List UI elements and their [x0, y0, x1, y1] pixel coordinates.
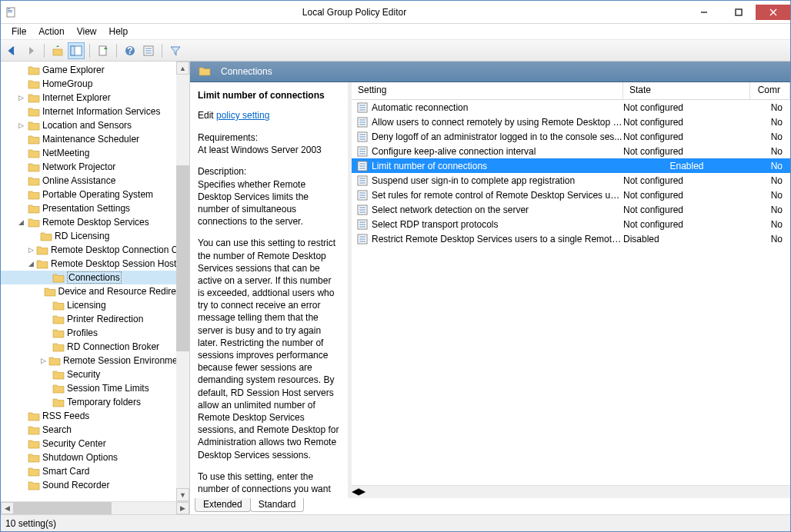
show-tree-button[interactable]: [68, 42, 85, 59]
tree-item[interactable]: Device and Resource Redire: [1, 284, 176, 298]
folder-icon: [28, 452, 40, 463]
tree-item[interactable]: RSS Feeds: [1, 409, 176, 423]
tree-item[interactable]: Game Explorer: [1, 63, 176, 77]
tree-item[interactable]: Internet Information Services: [1, 105, 176, 118]
column-comment[interactable]: Comr: [750, 82, 790, 99]
setting-name: Configure keep-alive connection interval: [372, 146, 623, 157]
expander-icon[interactable]: ▷: [16, 93, 25, 102]
tree-item[interactable]: Network Projector: [1, 160, 176, 174]
help-button[interactable]: ?: [122, 42, 139, 59]
folder-icon: [52, 383, 65, 394]
menu-view[interactable]: View: [71, 25, 103, 38]
tab-standard[interactable]: Standard: [250, 498, 305, 512]
up-button[interactable]: [49, 42, 66, 59]
tree-item[interactable]: ◢Remote Desktop Session Host: [1, 257, 176, 271]
tree-panel: Game ExplorerHomeGroup▷Internet Explorer…: [1, 62, 190, 514]
list-row[interactable]: Automatic reconnectionNot configuredNo: [352, 100, 790, 115]
tab-extended[interactable]: Extended: [195, 498, 251, 512]
expander-icon: [16, 65, 25, 75]
tree-item[interactable]: ▷Remote Desktop Connection C: [1, 243, 176, 257]
menu-help[interactable]: Help: [103, 25, 135, 38]
tree-item-label: Game Explorer: [42, 65, 105, 75]
tree-item[interactable]: Licensing: [1, 298, 176, 312]
minimize-button[interactable]: [686, 5, 721, 20]
folder-icon: [28, 148, 40, 158]
tree-item[interactable]: Maintenance Scheduler: [1, 132, 176, 146]
list-row[interactable]: Deny logoff of an administrator logged i…: [352, 129, 790, 144]
tree-item-label: Location and Sensors: [42, 120, 132, 131]
list-row[interactable]: Suspend user sign-in to complete app reg…: [352, 173, 790, 188]
tree-horizontal-scrollbar[interactable]: ◀ ▶: [1, 501, 189, 514]
folder-icon: [52, 328, 65, 338]
expander-icon[interactable]: ▷: [41, 356, 46, 365]
tree-item-label: Online Assistance: [42, 175, 115, 186]
column-setting[interactable]: Setting: [352, 82, 623, 99]
tree-item[interactable]: HomeGroup: [1, 77, 176, 91]
folder-icon: [28, 411, 40, 421]
tree-item[interactable]: Search: [1, 423, 176, 437]
setting-icon: [356, 204, 369, 216]
back-button[interactable]: [4, 42, 21, 59]
expander-icon[interactable]: ▷: [16, 121, 25, 130]
tree-item[interactable]: ▷Internet Explorer: [1, 91, 176, 105]
filter-button[interactable]: [167, 42, 184, 59]
tree-item[interactable]: Smart Card: [1, 464, 176, 478]
setting-name: Deny logoff of an administrator logged i…: [372, 131, 623, 142]
tree-item[interactable]: Connections: [1, 271, 176, 284]
list-row[interactable]: Allow users to connect remotely by using…: [352, 115, 790, 129]
expander-icon[interactable]: ◢: [28, 259, 34, 268]
folder-icon: [28, 65, 40, 75]
export-button[interactable]: [95, 42, 112, 59]
tree-item[interactable]: NetMeeting: [1, 146, 176, 160]
expander-icon[interactable]: ◢: [16, 218, 25, 227]
svg-rect-3: [8, 12, 12, 12]
column-state[interactable]: State: [623, 82, 750, 99]
tree-item[interactable]: Security Center: [1, 437, 176, 451]
settings-list[interactable]: Automatic reconnectionNot configuredNoAl…: [352, 100, 790, 485]
tree-item[interactable]: Presentation Settings: [1, 201, 176, 215]
maximize-button[interactable]: [721, 5, 756, 20]
tree-item[interactable]: ▷Location and Sensors: [1, 118, 176, 132]
tree-item-label: Shutdown Options: [42, 452, 118, 463]
folder-icon: [28, 161, 40, 172]
tree-item[interactable]: Printer Redirection: [1, 312, 176, 326]
tree-item[interactable]: RD Licensing: [1, 229, 176, 243]
tree-item-label: Sound Recorder: [42, 480, 109, 490]
list-row[interactable]: Restrict Remote Desktop Services users t…: [352, 231, 790, 246]
tree-item[interactable]: Security: [1, 367, 176, 381]
menu-file[interactable]: File: [5, 25, 32, 38]
tree-item[interactable]: Shutdown Options: [1, 451, 176, 464]
properties-button[interactable]: [140, 42, 157, 59]
list-row[interactable]: Select network detection on the serverNo…: [352, 202, 790, 217]
tree-item[interactable]: Temporary folders: [1, 395, 176, 409]
expander-icon[interactable]: ▷: [28, 245, 34, 254]
tree-item-label: NetMeeting: [42, 148, 89, 158]
tree-item[interactable]: ◢Remote Desktop Services: [1, 215, 176, 229]
setting-name: Suspend user sign-in to complete app reg…: [372, 175, 623, 186]
tree-vertical-scrollbar[interactable]: ▲ ▼: [176, 62, 189, 501]
folder-icon: [28, 106, 40, 117]
close-button[interactable]: [756, 5, 790, 20]
list-row[interactable]: Configure keep-alive connection interval…: [352, 144, 790, 158]
list-row[interactable]: Select RDP transport protocolsNot config…: [352, 217, 790, 231]
edit-policy-link[interactable]: policy setting: [216, 110, 269, 121]
tree-item[interactable]: ▷Remote Session Environme: [1, 354, 176, 367]
menu-action[interactable]: Action: [32, 25, 70, 38]
setting-name: Restrict Remote Desktop Services users t…: [372, 234, 623, 244]
folder-icon: [28, 78, 40, 89]
tree-item[interactable]: Portable Operating System: [1, 188, 176, 201]
tree-item[interactable]: Session Time Limits: [1, 381, 176, 395]
expander-icon: [41, 328, 50, 337]
setting-state: Not configured: [623, 190, 750, 201]
tree-item[interactable]: RD Connection Broker: [1, 340, 176, 354]
forward-button[interactable]: [22, 42, 39, 59]
tree[interactable]: Game ExplorerHomeGroup▷Internet Explorer…: [1, 62, 176, 494]
tree-item[interactable]: Sound Recorder: [1, 478, 176, 492]
setting-state: Not configured: [623, 131, 750, 142]
tree-item[interactable]: Online Assistance: [1, 174, 176, 188]
list-horizontal-scrollbar[interactable]: ◀ ▶: [352, 485, 790, 498]
tree-item[interactable]: Profiles: [1, 326, 176, 340]
expander-icon: [41, 370, 50, 379]
list-row[interactable]: Limit number of connectionsEnabledNo: [352, 158, 790, 173]
list-row[interactable]: Set rules for remote control of Remote D…: [352, 188, 790, 202]
